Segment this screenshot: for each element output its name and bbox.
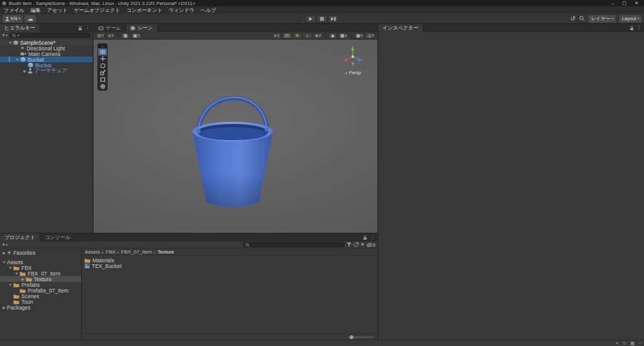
expand-arrow-icon[interactable]: ▼ <box>8 41 13 45</box>
grid-snapping-button[interactable]: ▦ <box>121 33 130 39</box>
create-asset-button[interactable]: +▾ <box>2 242 8 248</box>
hierarchy-search-input[interactable]: ▾ <box>9 33 91 38</box>
breadcrumb-item-current[interactable]: Texture <box>158 249 174 255</box>
play-button[interactable] <box>306 15 316 23</box>
lock-icon[interactable] <box>363 235 367 240</box>
asset-item-tex-bucket[interactable]: TEX_Bucket <box>84 263 375 269</box>
avatar-icon <box>28 68 33 74</box>
shading-mode-dropdown[interactable]: ◐▾ <box>272 33 281 39</box>
scene-canvas[interactable]: ≡ ◄Persp <box>94 40 377 233</box>
layers-dropdown[interactable]: レイヤー▾ <box>589 15 616 23</box>
maximize-button[interactable]: ▢ <box>623 1 627 6</box>
projection-label[interactable]: Persp <box>349 70 362 75</box>
menu-file[interactable]: ファイル <box>1 6 28 14</box>
visibility-toggle-button[interactable]: ◉ <box>328 33 337 39</box>
tree-item-scenes[interactable]: Scenes <box>0 293 81 299</box>
progress-status-icon[interactable]: ◔ <box>638 341 641 345</box>
grid-snapping-icon: ▦ <box>123 33 128 38</box>
lighting-toggle-button[interactable]: ☀ <box>293 33 302 39</box>
scale-tool-button[interactable] <box>98 69 107 76</box>
hidden-packages-toggle[interactable]: 6 <box>367 242 375 248</box>
account-dropdown[interactable]: KN ▾ <box>3 15 23 23</box>
overlay-drag-handle[interactable]: ≡ <box>98 44 107 48</box>
save-search-star-icon[interactable]: ★ <box>360 242 365 247</box>
menu-component[interactable]: コンポーネント <box>123 6 165 14</box>
handle-rotation-button[interactable]: ◐▾ <box>106 33 115 39</box>
breadcrumb-item[interactable]: Assets <box>85 249 100 255</box>
snap-settings-button[interactable]: ▣▾ <box>131 33 141 39</box>
menu-assets[interactable]: アセット <box>44 6 71 14</box>
orientation-gizmo[interactable]: ◄Persp <box>336 45 370 75</box>
cloud-services-button[interactable]: ☁ <box>25 15 36 23</box>
tab-project[interactable]: プロジェクト <box>0 233 40 242</box>
tree-item-favorites[interactable]: ▶ ★ Favorites <box>0 250 81 255</box>
tree-item-packages[interactable]: ▶ Packages <box>0 304 81 310</box>
grid-visibility-dropdown[interactable]: ▦▾ <box>338 33 348 39</box>
rect-tool-button[interactable] <box>98 76 107 83</box>
thumbnail-size-slider[interactable] <box>348 337 374 338</box>
project-search-input[interactable] <box>243 242 345 247</box>
pause-button[interactable] <box>317 15 328 23</box>
expand-arrow-icon[interactable]: ▶ <box>20 277 26 281</box>
menu-window[interactable]: ウィンドウ <box>165 6 197 14</box>
minimize-button[interactable]: – <box>612 1 614 6</box>
breadcrumb-item[interactable]: FBX <box>106 249 116 255</box>
audio-toggle-button[interactable]: ♪ <box>303 33 312 39</box>
transform-tool-button[interactable] <box>98 83 107 90</box>
add-gameobject-button[interactable]: +▾ <box>2 32 8 38</box>
search-icon[interactable] <box>579 16 585 21</box>
tab-hierarchy[interactable]: ヒエラルキー <box>0 24 40 32</box>
close-button[interactable]: ✕ <box>635 1 638 6</box>
step-button[interactable] <box>328 15 339 23</box>
tree-item-texture[interactable]: ▶ Texture <box>0 276 81 282</box>
layout-dropdown[interactable]: Layout▾ <box>619 15 641 23</box>
move-tool-button[interactable] <box>98 55 107 62</box>
expand-arrow-icon[interactable]: ▼ <box>1 260 7 264</box>
tab-label: コンソール <box>45 234 70 241</box>
panel-menu-icon[interactable]: ⋮ <box>370 235 375 240</box>
panel-menu-icon[interactable]: ⋮ <box>636 26 641 31</box>
tab-inspector[interactable]: インスペクター <box>378 24 423 32</box>
asset-item-materials[interactable]: Materials <box>84 257 375 263</box>
tab-game[interactable]: ゲーム <box>94 24 126 32</box>
search-by-label-icon[interactable] <box>353 242 358 247</box>
expand-arrow-icon[interactable]: ▶ <box>22 69 28 73</box>
expand-arrow-icon[interactable]: ▶ <box>1 306 7 310</box>
gizmos-dropdown[interactable]: ◎▾ <box>365 33 375 39</box>
lock-icon[interactable] <box>78 26 82 31</box>
menu-edit[interactable]: 編集 <box>28 6 44 14</box>
slider-handle[interactable] <box>350 335 353 339</box>
tree-item-prefabs-07-item[interactable]: Prefabs_07_Item <box>0 287 81 293</box>
breadcrumb-item[interactable]: FBX_07_Item <box>121 249 152 255</box>
gizmo-toggle-icon[interactable]: ◄ <box>345 71 348 75</box>
inspector-empty-body <box>378 32 644 340</box>
menu-help[interactable]: ヘルプ <box>197 6 219 14</box>
hierarchy-item-armature[interactable]: ▶ アーマチュア <box>0 68 92 74</box>
auto-lighting-status-icon[interactable]: ☀ <box>615 341 619 345</box>
hierarchy-item-main-camera[interactable]: Main Camera <box>0 51 92 57</box>
search-by-type-icon[interactable] <box>347 242 352 247</box>
tab-console[interactable]: コンソール <box>40 233 75 242</box>
effects-dropdown[interactable]: ∗▾ <box>313 33 323 39</box>
camera-settings-dropdown[interactable]: ▣▾ <box>354 33 364 39</box>
view-tool-button[interactable] <box>98 48 107 55</box>
cache-refresh-status-icon[interactable]: ↻ <box>623 341 626 345</box>
expand-arrow-icon[interactable]: ▶ <box>1 251 7 255</box>
expand-arrow-icon[interactable]: ▼ <box>8 266 13 270</box>
pivot-mode-button[interactable]: ⊙▾ <box>96 33 105 39</box>
rotate-tool-button[interactable] <box>98 62 107 69</box>
bucket-3d-model[interactable] <box>179 85 286 217</box>
pause-icon <box>320 17 324 21</box>
lock-icon[interactable] <box>630 26 634 31</box>
code-optimization-status-icon[interactable]: ▦ <box>630 341 635 345</box>
scene-view-panel: ゲーム シーン ⊙▾ ◐▾ ▦ ▣▾ ◐▾ 2D ☀ ♪ ∗▾ ◉ ▦▾ ▣▾ … <box>94 24 377 233</box>
tree-item-assets[interactable]: ▼ Assets <box>0 259 81 265</box>
panel-menu-icon[interactable]: ⋮ <box>85 26 90 31</box>
expand-arrow-icon[interactable]: ▼ <box>14 272 19 276</box>
undo-history-icon[interactable]: ↺ <box>570 16 575 22</box>
tab-scene[interactable]: シーン <box>126 24 157 32</box>
expand-arrow-icon[interactable]: ▼ <box>14 58 20 62</box>
expand-arrow-icon[interactable]: ▼ <box>8 283 13 287</box>
2d-toggle-button[interactable]: 2D <box>282 33 292 39</box>
menu-gameobject[interactable]: ゲームオブジェクト <box>71 6 124 14</box>
